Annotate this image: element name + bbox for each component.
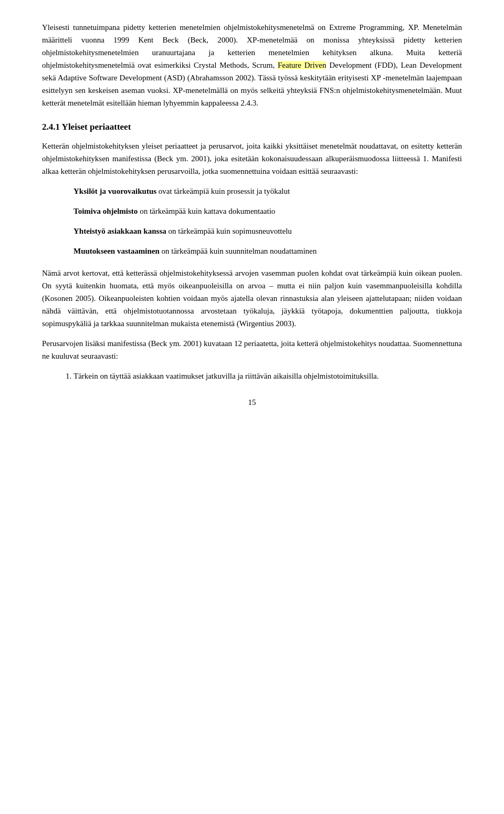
section-heading-241: 2.4.1 Yleiset periaatteet xyxy=(42,122,462,132)
value-bold-1: Yksilöt ja vuorovaikutus xyxy=(74,187,156,195)
principles-list: Tärkein on täyttää asiakkaan vaatimukset… xyxy=(74,370,462,382)
value-bold-4: Muutokseen vastaaminen xyxy=(74,247,160,255)
list-item-1: Tärkein on täyttää asiakkaan vaatimukset… xyxy=(74,370,462,382)
value-item-4: Muutokseen vastaaminen on tärkeämpää kui… xyxy=(74,245,462,257)
value-rest-4: on tärkeämpää kuin suunnitelman noudatta… xyxy=(160,247,317,255)
value-item-3: Yhteistyö asiakkaan kanssa on tärkeämpää… xyxy=(74,225,462,237)
paragraph-3: Nämä arvot kertovat, että ketterässä ohj… xyxy=(42,267,462,330)
paragraph-2: Ketterän ohjelmistokehityksen yleiset pe… xyxy=(42,140,462,178)
paragraph-4: Perusarvojen lisäksi manifestissa (Beck … xyxy=(42,337,462,362)
value-rest-2: on tärkeämpää kuin kattava dokumentaatio xyxy=(138,207,275,215)
feature-driven-highlight: Feature Driven xyxy=(278,61,326,69)
value-rest-3: on tärkeämpää kuin sopimusneuvottelu xyxy=(166,227,292,235)
value-item-1: Yksilöt ja vuorovaikutus ovat tärkeämpiä… xyxy=(74,185,462,197)
page-number: 15 xyxy=(42,398,462,407)
values-block: Yksilöt ja vuorovaikutus ovat tärkeämpiä… xyxy=(74,185,462,257)
page-content: Yleisesti tunnetuimpana pidetty ketterie… xyxy=(0,0,504,814)
value-rest-1: ovat tärkeämpiä kuin prosessit ja työkal… xyxy=(156,187,290,195)
intro-paragraph: Yleisesti tunnetuimpana pidetty ketterie… xyxy=(42,21,462,109)
value-item-2: Toimiva ohjelmisto on tärkeämpää kuin ka… xyxy=(74,205,462,217)
value-bold-3: Yhteistyö asiakkaan kanssa xyxy=(74,227,166,235)
value-bold-2: Toimiva ohjelmisto xyxy=(74,207,138,215)
